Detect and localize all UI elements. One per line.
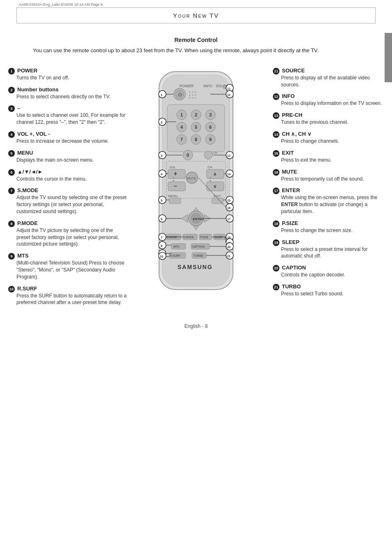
remote-control-area: POWER INFO SOURCE ⏻ xyxy=(127,67,273,311)
feature-desc-20: Controls the caption decoder. xyxy=(281,271,384,278)
right-feature-item: 11 SOURCE Press to display all of the av… xyxy=(273,67,384,88)
feature-title-21: 21 TURBO xyxy=(273,283,384,290)
right-feature-item: 21 TURBO Press to select Turbo sound. xyxy=(273,283,384,297)
svg-text:CH: CH xyxy=(208,165,212,169)
feature-title-5: 5 MENU xyxy=(8,150,127,157)
feature-num-21: 21 xyxy=(273,284,279,290)
feature-desc-6: Controls the cursor in the menu. xyxy=(16,176,127,183)
feature-num-5: 5 xyxy=(8,150,15,157)
feature-desc-8: Adjust the TV picture by selecting one o… xyxy=(16,227,127,248)
feature-title-2: 2 Number buttons xyxy=(8,86,127,93)
feature-desc-7: Adjust the TV sound by selecting one of … xyxy=(16,194,127,215)
svg-point-16 xyxy=(195,97,196,99)
right-feature-item: 16 MUTE Press to temporarily cut off the… xyxy=(273,169,384,183)
svg-text:INFO: INFO xyxy=(203,84,212,88)
svg-text:3: 3 xyxy=(161,154,163,158)
svg-point-52 xyxy=(210,180,211,181)
svg-text:R.SURF: R.SURF xyxy=(170,254,180,257)
right-feature-item: 12 INFO Press to display information on … xyxy=(273,93,384,107)
feature-label-11: SOURCE xyxy=(282,67,305,74)
feature-title-20: 20 CAPTION xyxy=(273,265,384,271)
svg-text:∨: ∨ xyxy=(213,184,217,189)
feature-label-13: PRE-CH xyxy=(282,112,302,118)
svg-text:MTS: MTS xyxy=(173,245,180,248)
svg-point-50 xyxy=(173,180,174,181)
svg-point-8 xyxy=(189,91,191,93)
svg-text:13: 13 xyxy=(227,154,231,157)
feature-title-11: 11 SOURCE xyxy=(273,67,384,74)
feature-desc-18: Press to change the screen size. xyxy=(281,227,384,234)
feature-label-19: SLEEP xyxy=(282,239,300,245)
svg-text:–: – xyxy=(174,183,177,189)
svg-text:5: 5 xyxy=(195,125,197,130)
svg-text:2: 2 xyxy=(161,121,163,124)
svg-text:5: 5 xyxy=(161,199,163,202)
svg-text:9: 9 xyxy=(209,137,212,142)
right-feature-item: 18 P.SIZE Press to change the screen siz… xyxy=(273,220,384,234)
left-column: 1 POWER Turns the TV on and off. 2 Numbe… xyxy=(8,67,127,311)
svg-text:11: 11 xyxy=(227,87,231,90)
right-feature-item: 20 CAPTION Controls the caption decoder. xyxy=(273,265,384,278)
feature-title-6: 6 ▲/▼/◄/► xyxy=(8,169,127,176)
feature-title-3: 3 – xyxy=(8,105,127,112)
svg-text:TURBO: TURBO xyxy=(194,254,204,257)
left-feature-item: 4 VOL +, VOL - Press to increase or decr… xyxy=(8,131,127,145)
feature-num-8: 8 xyxy=(8,220,15,227)
feature-label-18: P.SIZE xyxy=(282,220,298,226)
feature-desc-9: (Multi-channel Television Sound) Press t… xyxy=(16,260,127,280)
feature-title-16: 16 MUTE xyxy=(273,169,384,176)
svg-text:+: + xyxy=(174,170,177,177)
svg-point-39 xyxy=(204,151,212,159)
feature-label-7: S.MODE xyxy=(17,187,38,193)
left-feature-item: 3 – Use to select a channel over 100, Fo… xyxy=(8,105,127,126)
feature-title-10: 10 R.SURF xyxy=(8,285,127,292)
left-feature-item: 5 MENU Displays the main on-screen menu. xyxy=(8,150,127,164)
svg-text:6: 6 xyxy=(209,125,212,130)
side-tab xyxy=(385,33,392,82)
svg-text:POWER: POWER xyxy=(180,84,194,88)
feature-desc-17: While using the on-screen menus, press t… xyxy=(281,194,384,215)
intro-text: You can use the remote control up to abo… xyxy=(33,46,359,55)
remote-container: POWER INFO SOURCE ⏻ xyxy=(147,67,254,299)
svg-text:⏻: ⏻ xyxy=(178,92,182,97)
feature-label-12: INFO xyxy=(282,93,295,99)
feature-num-9: 9 xyxy=(8,253,15,260)
svg-text:8: 8 xyxy=(195,137,197,142)
feature-label-8: P.MODE xyxy=(17,220,38,226)
page-header: Your New TV xyxy=(16,7,376,23)
feature-num-20: 20 xyxy=(273,265,279,271)
feature-desc-2: Press to select channels directly on the… xyxy=(16,93,127,100)
feature-label-4: VOL +, VOL - xyxy=(17,131,50,137)
svg-text:CAPTION: CAPTION xyxy=(192,245,205,248)
feature-desc-12: Press to display information on the TV s… xyxy=(281,100,384,107)
svg-text:7: 7 xyxy=(161,236,163,239)
feature-title-4: 4 VOL +, VOL - xyxy=(8,131,127,138)
svg-text:∧: ∧ xyxy=(213,172,217,176)
svg-text:10: 10 xyxy=(160,255,163,258)
feature-title-17: 17 ENTER xyxy=(273,187,384,194)
page-number: English - 8 xyxy=(184,323,208,329)
feature-num-19: 19 xyxy=(273,239,279,246)
feature-num-16: 16 xyxy=(273,169,279,176)
feature-label-14: CH ∧, CH ∨ xyxy=(282,131,311,137)
svg-point-12 xyxy=(192,94,194,96)
feature-desc-10: Press the SURF button to automatically r… xyxy=(16,292,127,306)
svg-point-14 xyxy=(189,97,191,99)
svg-text:2: 2 xyxy=(195,112,197,117)
feature-label-6: ▲/▼/◄/► xyxy=(17,169,43,175)
feature-desc-11: Press to display all of the available vi… xyxy=(281,74,384,88)
feature-num-17: 17 xyxy=(273,188,279,194)
feature-num-11: 11 xyxy=(273,68,279,74)
feature-num-10: 10 xyxy=(8,286,15,292)
svg-text:1: 1 xyxy=(180,112,183,117)
svg-text:P.SIZE: P.SIZE xyxy=(200,236,208,239)
feature-desc-16: Press to temporarily cut off the sound. xyxy=(281,176,384,183)
page-title: Your New TV xyxy=(173,12,219,19)
feature-num-2: 2 xyxy=(8,87,15,93)
feature-title-19: 19 SLEEP xyxy=(273,239,384,246)
left-feature-item: 2 Number buttons Press to select channel… xyxy=(8,86,127,100)
svg-text:MUTE: MUTE xyxy=(187,176,196,180)
left-feature-item: 6 ▲/▼/◄/► Controls the cursor in the men… xyxy=(8,169,127,183)
feature-num-3: 3 xyxy=(8,105,15,112)
svg-text:MENU: MENU xyxy=(168,194,178,198)
